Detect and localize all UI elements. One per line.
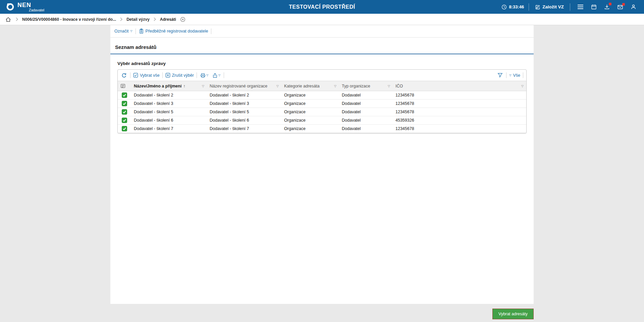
cell-name: Dodavatel - školení 5 bbox=[131, 108, 207, 116]
create-vz-label: Založit VZ bbox=[542, 4, 564, 9]
export-icon bbox=[212, 73, 218, 78]
top-header: NEN Zadavatel TESTOVACÍ PROSTŘEDÍ 8:33:4… bbox=[0, 0, 644, 14]
chevron-right-icon bbox=[154, 17, 156, 21]
divider bbox=[523, 72, 523, 78]
home-icon bbox=[5, 17, 11, 22]
app-name: NEN bbox=[17, 2, 44, 8]
table-row[interactable]: Dodavatel - školení 7 Dodavatel - školen… bbox=[118, 125, 526, 133]
cell-name: Dodavatel - školení 7 bbox=[131, 125, 207, 133]
section-title: Seznam adresátů bbox=[115, 44, 529, 50]
cell-category: Organizace bbox=[281, 100, 339, 108]
cell-name: Dodavatel - školení 2 bbox=[131, 91, 207, 100]
column-header-org-type[interactable]: Typ organizace ▽ bbox=[339, 81, 393, 91]
row-checkbox-checked[interactable] bbox=[122, 101, 127, 106]
divider bbox=[162, 72, 163, 78]
column-filter-icon[interactable]: ▽ bbox=[388, 84, 390, 88]
column-filter-icon[interactable]: ▽ bbox=[202, 84, 204, 88]
cell-organization: Dodavatel - školení 3 bbox=[207, 100, 281, 108]
table-row[interactable]: Dodavatel - školení 6 Dodavatel - školen… bbox=[118, 116, 526, 125]
addressees-table: Název/Jméno a příjmení ↑ ▽ Název registr… bbox=[118, 81, 526, 133]
clock-icon bbox=[501, 4, 507, 10]
table-row[interactable]: Dodavatel - školení 5 Dodavatel - školen… bbox=[118, 108, 526, 116]
select-column-header[interactable] bbox=[118, 81, 131, 91]
column-header-name[interactable]: Název/Jméno a příjmení ↑ ▽ bbox=[131, 81, 207, 91]
user-icon bbox=[631, 4, 636, 10]
menu-button[interactable] bbox=[575, 3, 586, 11]
home-button[interactable] bbox=[5, 17, 11, 22]
table-header-row: Název/Jméno a příjmení ↑ ▽ Název registr… bbox=[118, 81, 526, 91]
row-checkbox-checked[interactable] bbox=[122, 92, 127, 98]
cell-organization: Dodavatel - školení 7 bbox=[207, 125, 281, 133]
divider bbox=[570, 3, 570, 11]
create-vz-button[interactable]: Založit VZ bbox=[534, 3, 565, 11]
column-filter-icon[interactable]: ▽ bbox=[521, 84, 524, 88]
select-addressees-button[interactable]: Vybrat adresáty bbox=[492, 309, 534, 319]
table-row[interactable]: Dodavatel - školení 2 Dodavatel - školen… bbox=[118, 91, 526, 100]
chevron-down-icon: ▽ bbox=[206, 74, 208, 77]
mark-menu-button[interactable]: Označit ▽ bbox=[114, 29, 132, 34]
topbar-actions: 8:33:46 Založit VZ bbox=[501, 3, 639, 11]
divider bbox=[529, 3, 529, 11]
print-button[interactable]: ▽ bbox=[200, 72, 209, 79]
cell-organization: Dodavatel - školení 6 bbox=[207, 116, 281, 125]
footer-actions: Vybrat adresáty bbox=[110, 304, 534, 319]
cell-name: Dodavatel - školení 6 bbox=[131, 116, 207, 125]
main-panel: Označit ▽ Předběžně registrovat dodavate… bbox=[110, 25, 534, 304]
app-role: Zadavatel bbox=[29, 8, 44, 12]
row-checkbox-checked[interactable] bbox=[122, 118, 127, 123]
close-tab-button[interactable] bbox=[180, 17, 185, 22]
row-checkbox-cell bbox=[118, 125, 131, 133]
column-header-organization[interactable]: Název registrované organizace ▽ bbox=[207, 81, 281, 91]
refresh-button[interactable] bbox=[121, 72, 127, 79]
row-checkbox-cell bbox=[118, 108, 131, 116]
cell-org-type: Dodavatel bbox=[339, 91, 393, 100]
column-header-ico[interactable]: IČO ▽ bbox=[393, 81, 526, 91]
downloads-button[interactable] bbox=[602, 3, 612, 11]
user-button[interactable] bbox=[628, 3, 639, 11]
row-checkbox-cell bbox=[118, 91, 131, 100]
messages-button[interactable] bbox=[615, 3, 626, 11]
cell-organization: Dodavatel - školení 5 bbox=[207, 108, 281, 116]
chevron-right-icon bbox=[120, 17, 122, 21]
filter-button[interactable] bbox=[497, 72, 503, 78]
cell-org-type: Dodavatel bbox=[339, 125, 393, 133]
cell-category: Organizace bbox=[281, 108, 339, 116]
sort-asc-icon: ↑ bbox=[183, 84, 185, 88]
cell-name: Dodavatel - školení 3 bbox=[131, 100, 207, 108]
cell-category: Organizace bbox=[281, 125, 339, 133]
checkbox-checked-icon bbox=[133, 73, 138, 78]
column-header-category[interactable]: Kategorie adresáta ▽ bbox=[281, 81, 339, 91]
environment-title: TESTOVACÍ PROSTŘEDÍ bbox=[289, 4, 355, 10]
addressees-grid: Vybrat vše Zrušit výběr bbox=[117, 69, 527, 133]
hamburger-icon bbox=[577, 4, 584, 9]
row-checkbox-checked[interactable] bbox=[122, 126, 127, 131]
section-header: Seznam adresátů bbox=[110, 38, 534, 54]
cell-category: Organizace bbox=[281, 91, 339, 100]
divider bbox=[130, 72, 130, 78]
chevron-down-icon: ▽ bbox=[130, 30, 132, 33]
row-checkbox-checked[interactable] bbox=[122, 109, 127, 115]
printer-icon bbox=[200, 73, 206, 78]
clipboard-icon bbox=[139, 28, 144, 34]
column-filter-icon[interactable]: ▽ bbox=[276, 84, 279, 88]
row-checkbox-cell bbox=[118, 100, 131, 108]
cell-ico: 12345678 bbox=[393, 108, 526, 116]
breadcrumb-item-procurement[interactable]: N006/25/V00004860 - Inovace v rozvoji ří… bbox=[22, 17, 116, 22]
select-all-button[interactable]: Vybrat vše bbox=[133, 73, 160, 78]
preregister-supplier-button[interactable]: Předběžně registrovat dodavatele bbox=[139, 28, 208, 34]
calendar-button[interactable] bbox=[589, 3, 599, 11]
table-row[interactable]: Dodavatel - školení 3 Dodavatel - školen… bbox=[118, 100, 526, 108]
panel-toolbar: Označit ▽ Předběžně registrovat dodavate… bbox=[110, 25, 534, 38]
grid-toolbar: Vybrat vše Zrušit výběr bbox=[118, 70, 526, 81]
funnel-icon bbox=[497, 73, 503, 78]
export-button[interactable]: ▽ bbox=[212, 72, 221, 79]
breadcrumb-item-detail-vyzvy[interactable]: Detail výzvy bbox=[126, 17, 150, 22]
chevron-down-icon: ▽ bbox=[218, 74, 220, 77]
cell-ico: 12345678 bbox=[393, 125, 526, 133]
clock: 8:33:46 bbox=[501, 4, 524, 10]
column-filter-icon[interactable]: ▽ bbox=[334, 84, 336, 88]
nen-logo-icon[interactable] bbox=[5, 2, 15, 12]
view-all-dropdown[interactable]: ▽ Vše bbox=[509, 73, 520, 78]
brand-text: NEN Zadavatel bbox=[17, 2, 44, 12]
clear-selection-button[interactable]: Zrušit výběr bbox=[165, 73, 194, 78]
